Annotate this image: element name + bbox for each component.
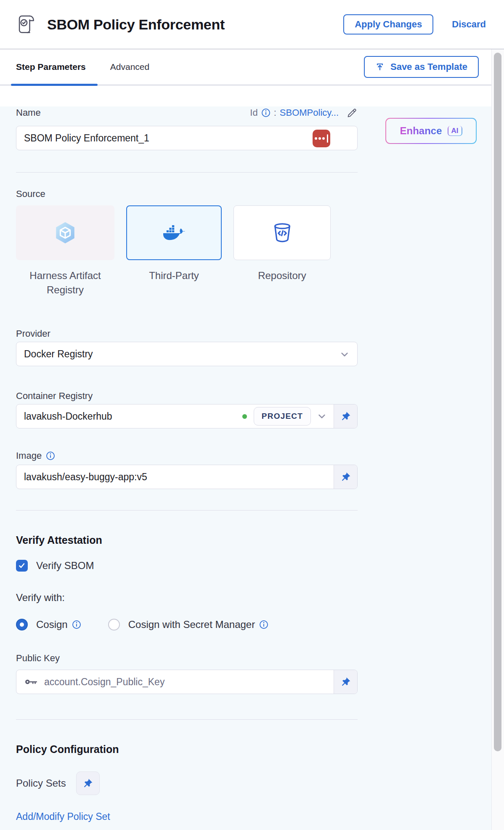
source-label: Source (16, 188, 358, 200)
key-icon (25, 678, 37, 686)
policy-configuration-heading: Policy Configuration (16, 742, 358, 757)
verify-attestation-heading: Verify Attestation (16, 532, 358, 548)
name-input-value: SBOM Policy Enforcement_1 (24, 133, 149, 144)
step-config-panel: SBOM Policy Enforcement Apply Changes Di… (0, 0, 504, 830)
active-tab-underline (11, 84, 98, 86)
divider (16, 172, 358, 173)
divider (16, 719, 358, 720)
public-key-input[interactable]: account.Cosign_Public_Key (16, 670, 358, 694)
connector-status-dot (242, 414, 247, 419)
step-parameters-form: Enhance AI Name Id : (0, 106, 504, 830)
verify-sbom-label: Verify SBOM (36, 560, 94, 572)
provider-value: Docker Registry (24, 348, 93, 360)
source-option-label: Repository (258, 269, 306, 283)
name-input[interactable]: SBOM Policy Enforcement_1 (16, 126, 358, 150)
apply-changes-button[interactable]: Apply Changes (343, 14, 433, 35)
cosign-secret-manager-radio-label: Cosign with Secret Manager (128, 619, 255, 630)
name-label: Name (16, 107, 41, 118)
save-as-template-button[interactable]: Save as Template (364, 56, 479, 78)
source-option-label: Harness Artifact Registry (16, 269, 114, 297)
cosign-radio-label: Cosign (36, 619, 68, 630)
tab-bar: Step Parameters Advanced Save as Templat… (0, 49, 504, 85)
ai-badge-label: AI (448, 126, 462, 136)
verify-with-label: Verify with: (16, 591, 358, 605)
source-card-harness-artifact-registry[interactable] (16, 205, 114, 260)
chevron-down-icon (339, 348, 350, 362)
password-autofill-icon[interactable] (313, 130, 330, 147)
container-registry-value: lavakush-Dockerhub (24, 411, 112, 422)
public-key-value: account.Cosign_Public_Key (44, 676, 164, 688)
cosign-radio[interactable] (16, 619, 28, 630)
scrollbar-thumb[interactable] (494, 53, 501, 751)
page-title: SBOM Policy Enforcement (47, 16, 225, 33)
scrollbar[interactable] (491, 49, 504, 830)
add-modify-policy-set-link[interactable]: Add/Modify Policy Set (16, 810, 358, 823)
source-option-label: Third-Party (149, 269, 199, 283)
id-separator: : (274, 107, 276, 118)
source-card-third-party[interactable] (126, 205, 222, 260)
runtime-input-pin-button[interactable] (334, 670, 357, 694)
upload-icon (375, 62, 385, 72)
source-card-repository[interactable] (233, 205, 331, 260)
cosign-info-icon[interactable] (72, 620, 81, 629)
discard-button[interactable]: Discard (452, 19, 486, 30)
id-info-icon[interactable] (261, 108, 271, 117)
image-value: lavakush/easy-buggy-app:v5 (24, 471, 147, 483)
edit-id-pencil-icon[interactable] (346, 107, 358, 119)
tab-advanced[interactable]: Advanced (110, 62, 149, 72)
divider (16, 510, 358, 511)
sbom-scroll-icon (15, 14, 37, 35)
scope-badge: PROJECT (254, 407, 311, 426)
verify-sbom-checkbox[interactable] (16, 560, 28, 572)
verify-sbom-checkbox-row[interactable]: Verify SBOM (16, 559, 358, 573)
provider-label: Provider (16, 328, 358, 339)
policy-sets-pin-button[interactable] (76, 771, 100, 795)
container-registry-select[interactable]: lavakush-Dockerhub PROJECT (16, 404, 358, 428)
runtime-input-pin-button[interactable] (334, 404, 357, 428)
image-label: Image (16, 450, 42, 461)
id-label: Id (250, 107, 257, 118)
cosign-secret-manager-info-icon[interactable] (259, 620, 268, 629)
image-info-icon[interactable] (46, 451, 55, 460)
panel-header: SBOM Policy Enforcement Apply Changes Di… (0, 0, 504, 49)
cosign-secret-manager-radio[interactable] (108, 619, 120, 630)
enhance-label: Enhance (400, 125, 442, 137)
image-input[interactable]: lavakush/easy-buggy-app:v5 (16, 465, 358, 489)
policy-sets-label: Policy Sets (16, 777, 66, 789)
container-registry-label: Container Registry (16, 391, 358, 402)
harness-artifact-registry-icon (53, 221, 77, 245)
source-options: Harness Artifact Registry (16, 205, 358, 297)
tab-step-parameters[interactable]: Step Parameters (16, 62, 86, 72)
ai-badge: AI (448, 126, 462, 136)
chevron-down-icon (316, 410, 328, 422)
public-key-label: Public Key (16, 653, 358, 664)
docker-whale-icon (162, 223, 186, 242)
provider-select[interactable]: Docker Registry (16, 342, 358, 366)
enhance-ai-button[interactable]: Enhance AI (385, 118, 477, 144)
id-value[interactable]: SBOMPolicy... (280, 107, 339, 118)
repository-bucket-icon (271, 222, 293, 244)
save-as-template-label: Save as Template (390, 61, 467, 72)
runtime-input-pin-button[interactable] (334, 465, 357, 489)
